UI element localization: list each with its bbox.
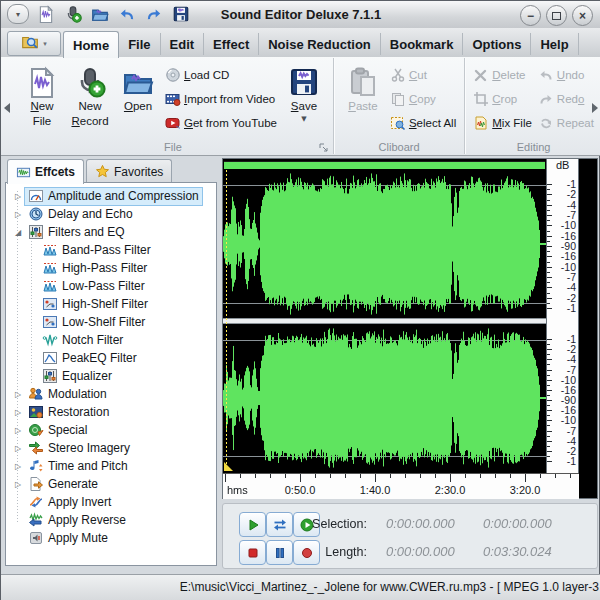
effects-panel-tab-favorites[interactable]: Favorites — [86, 159, 172, 183]
tree-expander-icon[interactable]: ▷ — [12, 408, 24, 417]
tree-expander-icon[interactable]: ▷ — [12, 444, 24, 453]
qa-new-file-button[interactable] — [36, 4, 56, 24]
timeline-ruler[interactable]: 0:50.01:40.02:30.03:20.0hms — [223, 473, 579, 499]
minimize-button[interactable]: − — [520, 5, 541, 26]
tab-bookmark[interactable]: Bookmark — [381, 33, 464, 55]
db-minor-tick — [547, 189, 550, 190]
equalizer-icon — [28, 224, 44, 240]
tree-expander-icon[interactable]: ▷ — [12, 210, 24, 219]
new-record-button[interactable]: NewRecord — [66, 60, 114, 129]
tree-item-equalizer[interactable]: Equalizer — [6, 367, 216, 385]
tab-help[interactable]: Help — [531, 33, 578, 55]
tree-expander-icon[interactable]: ▷ — [12, 462, 24, 471]
db-minor-tick — [547, 293, 550, 294]
qa-open-button[interactable] — [90, 4, 110, 24]
tree-item-amplitude-and-compression[interactable]: ▷Amplitude and Compression — [6, 187, 216, 205]
save-icon — [172, 5, 190, 23]
tree-item-band-pass-filter[interactable]: Band-Pass Filter — [6, 241, 216, 259]
quick-access-menu-button[interactable]: ▾ — [7, 4, 29, 24]
tree-item-time-and-pitch[interactable]: ▷Time and Pitch — [6, 457, 216, 475]
db-minor-tick — [547, 200, 550, 201]
tree-item-notch-filter[interactable]: Notch Filter — [6, 331, 216, 349]
tree-item-apply-reverse[interactable]: Apply Reverse — [6, 511, 216, 529]
tree-item-filters-and-eq[interactable]: ◢Filters and EQ — [6, 223, 216, 241]
tree-item-apply-invert[interactable]: Apply Invert — [6, 493, 216, 511]
select-all-icon — [390, 115, 406, 131]
tree-item-high-shelf-filter[interactable]: High-Shelf Filter — [6, 295, 216, 313]
channel-separator[interactable] — [223, 318, 546, 324]
waveform-channel-left[interactable] — [223, 170, 546, 318]
db-minor-tick — [547, 405, 550, 406]
new-file-button[interactable]: NewFile — [18, 60, 66, 129]
timeline-tick — [525, 474, 526, 482]
timeline-label: 3:20.0 — [510, 484, 541, 496]
delete-button: Delete — [470, 63, 535, 87]
overview-seek-bar[interactable] — [224, 161, 545, 169]
ribbon-tabs: HomeFileEditEffectNoise ReductionBookmar… — [63, 28, 579, 57]
save-button[interactable]: Save▼ — [280, 60, 328, 124]
restoration-icon — [28, 404, 44, 420]
qa-new-record-button[interactable] — [63, 4, 83, 24]
tree-item-delay-and-echo[interactable]: ▷Delay and Echo — [6, 205, 216, 223]
tree-item-generate[interactable]: ▷Generate — [6, 475, 216, 493]
qa-save-button[interactable] — [171, 4, 191, 24]
import-from-video-button[interactable]: Import from Video — [162, 87, 280, 111]
tree-item-high-pass-filter[interactable]: High-Pass Filter — [6, 259, 216, 277]
save-dropdown-icon[interactable]: ▼ — [301, 115, 306, 123]
get-from-youtube-button[interactable]: Get from YouTube — [162, 111, 280, 135]
repeat-button: Repeat — [535, 111, 597, 135]
selection-start-value: 0:00:00.000 — [386, 516, 481, 531]
tree-item-apply-mute[interactable]: Apply Mute — [6, 529, 216, 547]
tree-expander-icon[interactable]: ◢ — [12, 228, 24, 237]
tab-options[interactable]: Options — [463, 33, 531, 55]
generate-icon — [28, 476, 44, 492]
tree-expander-icon[interactable]: ▷ — [12, 426, 24, 435]
maximize-button[interactable] — [546, 5, 567, 26]
tab-edit[interactable]: Edit — [161, 33, 205, 55]
close-button[interactable]: × — [572, 5, 593, 26]
db-minor-tick — [547, 231, 550, 232]
time-pitch-icon — [28, 458, 44, 474]
select-all-button[interactable]: Select All — [387, 111, 459, 135]
timeline-tick — [420, 474, 421, 478]
redo-button: Redo — [535, 87, 597, 111]
db-tick-label: -1 — [552, 302, 576, 314]
timeline-tick — [405, 474, 406, 478]
tab-home[interactable]: Home — [63, 31, 119, 58]
qa-undo-button[interactable] — [117, 4, 137, 24]
ribbon-group-editing: DeleteCropMix FileUndoRedoRepeatEditing — [465, 58, 600, 154]
length-elapsed-value: 0:00:00.000 — [386, 544, 481, 559]
equalizer-icon — [42, 368, 58, 384]
qa-redo-button[interactable] — [144, 4, 164, 24]
waveform-panel: dB -1-2-4-7-10-16-90-16-10-7-4-2-1-1-2-4… — [222, 158, 598, 499]
tree-expander-icon[interactable]: ▷ — [12, 390, 24, 399]
open-button[interactable]: Open — [114, 60, 162, 114]
tab-file[interactable]: File — [119, 33, 160, 55]
waveform-channel-right[interactable] — [223, 325, 546, 471]
new-record-icon — [64, 5, 82, 23]
new-file-icon — [37, 5, 55, 23]
dialog-launcher-icon[interactable] — [319, 140, 330, 151]
tab-noise-reduction[interactable]: Noise Reduction — [259, 33, 381, 55]
db-tick-label: -1 — [552, 455, 576, 467]
tree-item-special[interactable]: ▷Special — [6, 421, 216, 439]
load-cd-button[interactable]: Load CD — [162, 63, 280, 87]
ribbon-scroll-left-icon[interactable] — [4, 103, 10, 113]
tree-item-low-pass-filter[interactable]: Low-Pass Filter — [6, 277, 216, 295]
quick-access-toolbar: ▾ — [7, 4, 191, 24]
tab-effect[interactable]: Effect — [204, 33, 259, 55]
play-button[interactable] — [239, 512, 266, 537]
stop-icon — [245, 545, 261, 561]
application-menu-button[interactable]: ▾ — [7, 31, 61, 56]
tree-expander-icon[interactable]: ▷ — [12, 192, 24, 201]
tree-item-stereo-imagery[interactable]: ▷Stereo Imagery — [6, 439, 216, 457]
tree-item-restoration[interactable]: ▷Restoration — [6, 403, 216, 421]
tree-item-peakeq-filter[interactable]: PeakEQ Filter — [6, 349, 216, 367]
tree-expander-icon[interactable]: ▷ — [12, 480, 24, 489]
open-icon — [91, 5, 109, 23]
stop-button[interactable] — [239, 540, 266, 565]
tree-item-low-shelf-filter[interactable]: Low-Shelf Filter — [6, 313, 216, 331]
tree-item-modulation[interactable]: ▷Modulation — [6, 385, 216, 403]
effects-panel-tab-effcets[interactable]: Effcets — [7, 159, 84, 184]
mix-file-button[interactable]: Mix File — [470, 111, 535, 135]
